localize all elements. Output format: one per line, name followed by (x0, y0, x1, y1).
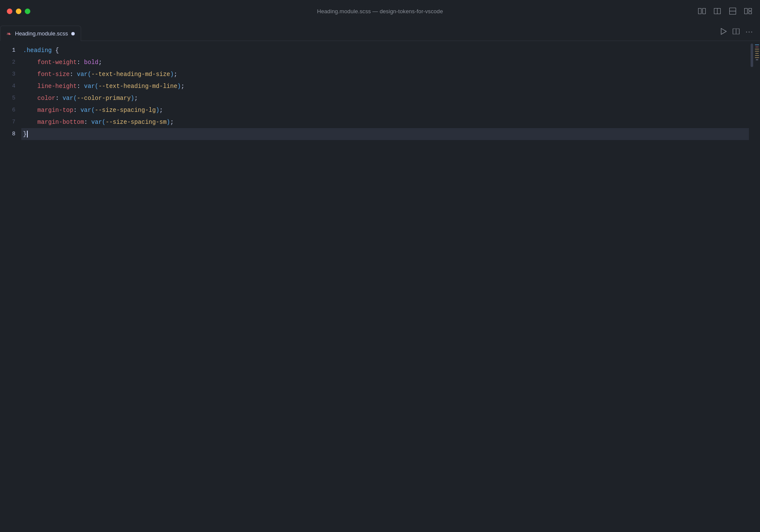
editor-area: 1 2 3 4 5 6 7 8 .heading { font-weight: … (0, 41, 760, 532)
tab-modified-dot (71, 32, 75, 35)
code-line-4: line-height: var(--text-heading-md-line)… (21, 80, 749, 92)
property-token-color: color (38, 95, 56, 102)
maximize-button[interactable] (25, 9, 30, 14)
tab-filename: Heading.module.scss (15, 30, 68, 37)
property-token-margin-top: margin-top (38, 107, 73, 114)
code-line-2: font-weight: bold; (21, 56, 749, 68)
run-code-icon[interactable] (721, 28, 727, 35)
code-line-7: margin-bottom: var(--size-spacing-sm); (21, 116, 749, 128)
property-token-line-height: line-height (38, 83, 77, 90)
line-numbers-gutter: 1 2 3 4 5 6 7 8 (0, 41, 21, 532)
line-number-6: 6 (12, 104, 15, 116)
code-line-5: color: var(--color-primary); (21, 92, 749, 104)
titlebar: Heading.module.scss — design-tokens-for-… (0, 0, 760, 22)
minimap (754, 41, 760, 532)
split-vertical-icon[interactable] (728, 6, 738, 16)
line-number-8: 8 (12, 128, 15, 140)
svg-rect-0 (699, 9, 702, 14)
split-horizontal-icon[interactable] (712, 6, 722, 16)
svg-rect-6 (745, 9, 748, 14)
code-line-8: } (21, 128, 749, 140)
code-line-3: font-size: var(--text-heading-md-size); (21, 68, 749, 80)
vertical-scrollbar-track[interactable] (749, 41, 754, 532)
traffic-lights (7, 9, 30, 14)
svg-rect-8 (749, 12, 752, 14)
scss-file-icon: ❧ (6, 30, 12, 37)
empty-editor-space[interactable] (21, 140, 749, 482)
titlebar-right-icons (697, 6, 753, 16)
minimize-button[interactable] (16, 9, 21, 14)
line-number-1: 1 (12, 44, 15, 56)
vscode-window: Heading.module.scss — design-tokens-for-… (0, 0, 760, 532)
window-title: Heading.module.scss — design-tokens-for-… (317, 8, 443, 15)
panel-layout-icon[interactable] (697, 6, 707, 16)
tab-heading-module-scss[interactable]: ❧ Heading.module.scss (0, 26, 81, 41)
line-number-5: 5 (12, 92, 15, 104)
svg-marker-9 (721, 29, 726, 35)
line-number-2: 2 (12, 56, 15, 68)
code-line-6: margin-top: var(--size-spacing-lg); (21, 104, 749, 116)
vertical-scrollbar-thumb[interactable] (751, 44, 753, 67)
customize-layout-icon[interactable] (743, 6, 753, 16)
svg-rect-7 (749, 9, 752, 11)
split-editor-icon[interactable] (733, 29, 740, 35)
cursor (27, 131, 28, 137)
property-token-font-size: font-size (38, 71, 70, 78)
line-number-7: 7 (12, 116, 15, 128)
svg-rect-1 (703, 9, 706, 14)
selector-token: .heading (23, 47, 52, 54)
code-line-1: .heading { (21, 44, 749, 56)
property-token-margin-bottom: margin-bottom (38, 119, 84, 126)
line-number-4: 4 (12, 80, 15, 92)
close-button[interactable] (7, 9, 12, 14)
tabbar-right-actions: ··· (721, 27, 753, 36)
property-token-font-weight: font-weight (38, 59, 77, 66)
line-number-3: 3 (12, 68, 15, 80)
more-actions-icon[interactable]: ··· (745, 27, 753, 36)
code-editor[interactable]: .heading { font-weight: bold; font-size:… (21, 41, 749, 532)
tab-bar: ❧ Heading.module.scss ··· (0, 22, 760, 41)
